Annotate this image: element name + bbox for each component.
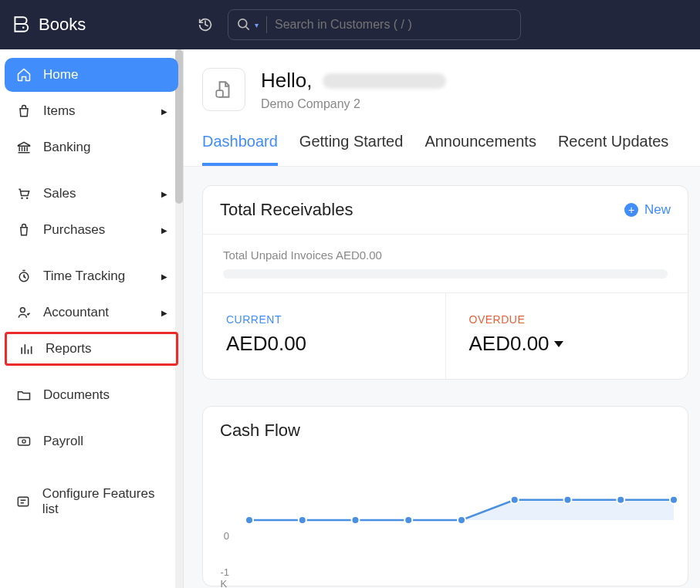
receivables-progress bbox=[223, 269, 668, 279]
sidebar-item-label: Purchases bbox=[43, 222, 105, 238]
tabs: Dashboard Getting Started Announcements … bbox=[184, 122, 700, 167]
layout: Home Items ▶ Banking Sales ▶ Purchases ▶ bbox=[0, 49, 700, 588]
svg-point-8 bbox=[22, 440, 25, 443]
tab-dashboard[interactable]: Dashboard bbox=[202, 127, 278, 166]
svg-rect-9 bbox=[19, 497, 29, 506]
sidebar-item-payroll[interactable]: Payroll bbox=[5, 424, 178, 458]
main: Hello, Demo Company 2 Dashboard Getting … bbox=[184, 49, 700, 588]
greeting: Hello, bbox=[261, 69, 446, 93]
chevron-right-icon: ▶ bbox=[161, 190, 167, 198]
svg-point-14 bbox=[404, 516, 412, 524]
sidebar-item-label: Time Tracking bbox=[43, 269, 125, 284]
sidebar-item-documents[interactable]: Documents bbox=[5, 378, 178, 412]
accountant-icon bbox=[15, 304, 32, 321]
y-tick-neg1k: -1 K bbox=[220, 566, 229, 588]
topbar-actions: ▾ bbox=[184, 9, 689, 40]
folder-icon bbox=[15, 387, 32, 404]
sidebar-item-time-tracking[interactable]: Time Tracking ▶ bbox=[5, 259, 178, 293]
svg-point-4 bbox=[26, 198, 29, 200]
sidebar-item-label: Reports bbox=[46, 341, 92, 357]
payroll-icon bbox=[15, 433, 32, 450]
sidebar-item-label: Accountant bbox=[43, 305, 109, 320]
org-avatar[interactable] bbox=[202, 68, 245, 111]
chevron-right-icon: ▶ bbox=[161, 107, 167, 116]
sidebar-item-purchases[interactable]: Purchases ▶ bbox=[5, 213, 178, 247]
sidebar-item-configure[interactable]: Configure Features list bbox=[5, 485, 178, 519]
svg-line-2 bbox=[246, 27, 249, 30]
chart-icon bbox=[18, 340, 35, 357]
tab-getting-started[interactable]: Getting Started bbox=[299, 127, 404, 166]
svg-rect-7 bbox=[19, 438, 30, 445]
tab-label: Dashboard bbox=[202, 133, 278, 150]
svg-point-0 bbox=[22, 26, 25, 29]
sidebar-item-sales[interactable]: Sales ▶ bbox=[5, 177, 178, 211]
svg-point-6 bbox=[20, 308, 25, 313]
current-value: AED0.00 bbox=[226, 332, 422, 356]
bag-icon bbox=[15, 103, 32, 120]
tab-label: Announcements bbox=[424, 133, 536, 150]
cashflow-svg bbox=[234, 462, 681, 578]
unpaid-invoices-text: Total Unpaid Invoices AED0.00 bbox=[223, 248, 668, 262]
sidebar-item-items[interactable]: Items ▶ bbox=[5, 94, 178, 128]
svg-point-3 bbox=[21, 198, 23, 200]
svg-point-17 bbox=[564, 496, 572, 504]
svg-point-19 bbox=[670, 496, 678, 504]
svg-point-18 bbox=[617, 496, 624, 504]
receivables-subhead: Total Unpaid Invoices AED0.00 bbox=[203, 235, 688, 293]
chevron-right-icon: ▶ bbox=[161, 226, 167, 235]
history-icon[interactable] bbox=[197, 16, 214, 33]
sidebar-item-accountant[interactable]: Accountant ▶ bbox=[5, 296, 178, 329]
tab-announcements[interactable]: Announcements bbox=[424, 127, 536, 166]
stopwatch-icon bbox=[15, 268, 32, 285]
cashflow-title: Cash Flow bbox=[220, 421, 300, 441]
cashflow-card: Cash Flow 0 -1 K bbox=[202, 406, 688, 586]
overdue-label: OVERDUE bbox=[469, 313, 665, 326]
tab-recent-updates[interactable]: Recent Updates bbox=[558, 127, 668, 166]
brand[interactable]: Books bbox=[11, 15, 184, 35]
y-tick-0: 0 bbox=[224, 529, 229, 541]
brand-name: Books bbox=[39, 15, 86, 35]
overdue-dropdown[interactable]: AED0.00 bbox=[469, 332, 665, 356]
sidebar-item-reports[interactable]: Reports bbox=[5, 332, 178, 366]
plus-icon: + bbox=[624, 203, 638, 217]
dashboard-content: Total Receivables + New Total Unpaid Inv… bbox=[184, 167, 700, 588]
sidebar-item-label: Payroll bbox=[43, 434, 83, 449]
search-box[interactable]: ▾ bbox=[228, 9, 521, 40]
sidebar-item-label: Items bbox=[43, 103, 76, 119]
sidebar-item-home[interactable]: Home bbox=[5, 58, 178, 92]
search-divider bbox=[266, 16, 267, 33]
sidebar-item-label: Home bbox=[43, 67, 78, 83]
search-icon[interactable]: ▾ bbox=[236, 17, 259, 32]
bank-icon bbox=[15, 139, 32, 156]
svg-rect-10 bbox=[216, 90, 223, 97]
new-receivable-button[interactable]: + New bbox=[624, 202, 671, 218]
chevron-down-icon[interactable]: ▾ bbox=[255, 21, 259, 29]
svg-point-1 bbox=[238, 19, 247, 28]
chevron-right-icon: ▶ bbox=[161, 272, 167, 281]
receivables-split: CURRENT AED0.00 OVERDUE AED0.00 bbox=[203, 293, 688, 379]
cashflow-chart: 0 -1 K bbox=[234, 462, 681, 578]
home-icon bbox=[15, 66, 32, 83]
sidebar-item-banking[interactable]: Banking bbox=[5, 130, 178, 164]
svg-point-11 bbox=[245, 516, 253, 524]
brand-logo-icon bbox=[11, 15, 31, 35]
topbar: Books ▾ bbox=[0, 0, 700, 49]
sidebar-item-label: Banking bbox=[43, 140, 90, 155]
sidebar-item-label: Documents bbox=[43, 387, 110, 403]
tab-label: Getting Started bbox=[299, 133, 404, 150]
purchase-icon bbox=[15, 221, 32, 238]
sidebar-item-label: Configure Features list bbox=[42, 486, 167, 517]
receivables-card: Total Receivables + New Total Unpaid Inv… bbox=[202, 185, 688, 380]
greeting-text: Hello, bbox=[261, 69, 312, 93]
svg-point-16 bbox=[511, 496, 519, 504]
page-header: Hello, Demo Company 2 bbox=[184, 49, 700, 122]
search-input[interactable] bbox=[275, 18, 512, 32]
svg-point-12 bbox=[299, 516, 306, 524]
svg-point-13 bbox=[352, 516, 360, 524]
overdue-value: AED0.00 bbox=[469, 332, 550, 356]
tab-label: Recent Updates bbox=[558, 133, 668, 150]
sidebar: Home Items ▶ Banking Sales ▶ Purchases ▶ bbox=[0, 49, 183, 536]
settings-icon bbox=[15, 493, 32, 510]
new-label: New bbox=[644, 202, 671, 218]
sidebar-wrap: Home Items ▶ Banking Sales ▶ Purchases ▶ bbox=[0, 49, 184, 588]
